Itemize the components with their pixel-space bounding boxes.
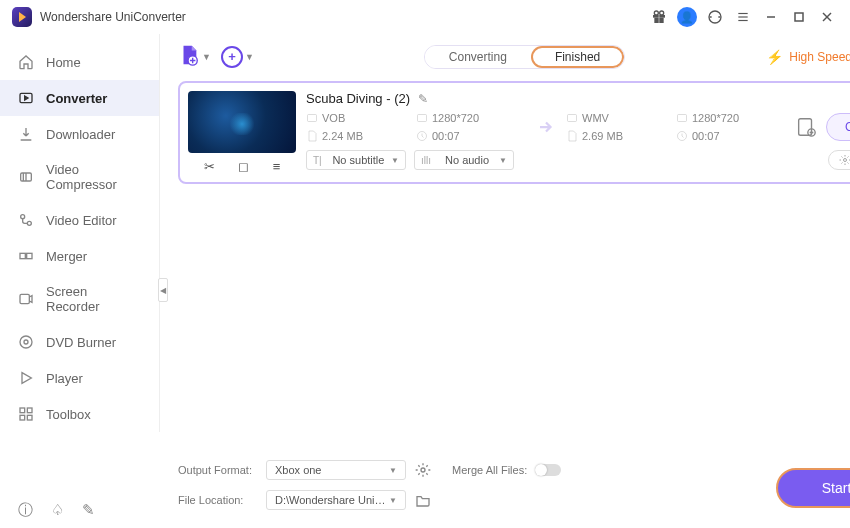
svg-point-3 [654, 11, 658, 15]
gift-icon[interactable] [648, 6, 670, 28]
sidebar-item-downloader[interactable]: Downloader [0, 116, 159, 152]
sidebar-item-label: Player [46, 371, 83, 386]
sidebar: Home Converter Downloader Video Compress… [0, 34, 160, 432]
svg-point-16 [27, 221, 31, 225]
svg-point-4 [660, 11, 664, 15]
source-duration: 00:07 [416, 130, 526, 142]
chevron-down-icon: ▼ [245, 52, 254, 62]
sidebar-item-label: Toolbox [46, 407, 91, 422]
effects-icon[interactable]: ≡ [273, 159, 281, 174]
sidebar-item-burner[interactable]: DVD Burner [0, 324, 159, 360]
svg-rect-26 [27, 415, 32, 420]
target-duration: 00:07 [676, 130, 786, 142]
user-avatar[interactable]: 👤 [676, 6, 698, 28]
sidebar-item-recorder[interactable]: Screen Recorder [0, 274, 159, 324]
sidebar-item-label: Home [46, 55, 81, 70]
chevron-down-icon: ▼ [389, 466, 397, 475]
output-format-settings-icon[interactable] [414, 461, 432, 479]
footer-icons: ⓘ ♤ ✎ [18, 501, 95, 520]
output-settings-icon[interactable] [786, 116, 826, 138]
minimize-button[interactable] [760, 6, 782, 28]
sidebar-item-compressor[interactable]: Video Compressor [0, 152, 159, 202]
file-card: ✂ ◻ ≡ Scuba Diving - (2) ✎ VOB 1280*720 … [178, 81, 850, 184]
add-file-button[interactable]: ▼ [178, 44, 211, 69]
app-title: Wondershare UniConverter [40, 10, 186, 24]
output-format-select[interactable]: Xbox one▼ [266, 460, 406, 480]
bottom-bar: Output Format: Xbox one▼ Merge All Files… [178, 454, 850, 518]
open-folder-icon[interactable] [414, 491, 432, 509]
svg-rect-32 [799, 119, 812, 136]
audio-icon: ıllı [421, 155, 431, 166]
crop-icon[interactable]: ◻ [238, 159, 249, 174]
sidebar-item-converter[interactable]: Converter [0, 80, 159, 116]
target-size: 2.69 MB [566, 130, 676, 142]
main-panel: ▼ + ▼ Converting Finished ⚡ High Speed C… [160, 34, 850, 528]
sidebar-item-label: Video Compressor [46, 162, 141, 192]
sidebar-item-home[interactable]: Home [0, 44, 159, 80]
tab-converting[interactable]: Converting [425, 46, 531, 68]
chevron-down-icon: ▼ [499, 156, 507, 165]
toolbox-icon [18, 406, 34, 422]
subtitle-select[interactable]: T|No subtitle▼ [306, 150, 406, 170]
downloader-icon [18, 126, 34, 142]
file-plus-icon [178, 44, 200, 69]
svg-point-36 [844, 159, 847, 162]
sidebar-item-merger[interactable]: Merger [0, 238, 159, 274]
svg-rect-17 [20, 253, 25, 258]
high-speed-label: High Speed Conversion [789, 50, 850, 64]
close-button[interactable] [816, 6, 838, 28]
chevron-down-icon: ▼ [202, 52, 211, 62]
svg-rect-19 [20, 294, 29, 303]
merge-files-label: Merge All Files: [452, 464, 527, 476]
svg-rect-10 [795, 13, 803, 21]
edit-title-icon[interactable]: ✎ [418, 92, 428, 106]
help-icon[interactable]: ⓘ [18, 501, 33, 520]
sidebar-item-editor[interactable]: Video Editor [0, 202, 159, 238]
svg-rect-28 [308, 115, 317, 122]
convert-button[interactable]: Convert [826, 113, 850, 141]
menu-icon[interactable] [732, 6, 754, 28]
video-thumbnail[interactable] [188, 91, 296, 153]
file-location-label: File Location: [178, 494, 258, 506]
file-title: Scuba Diving - (2) [306, 91, 410, 106]
sidebar-item-label: DVD Burner [46, 335, 116, 350]
arrow-right-icon [526, 118, 566, 136]
editor-icon [18, 212, 34, 228]
collapse-sidebar-button[interactable]: ◀ [158, 278, 168, 302]
file-location-select[interactable]: D:\Wondershare UniConverter▼ [266, 490, 406, 510]
svg-rect-23 [20, 408, 25, 413]
svg-rect-31 [678, 115, 687, 122]
high-speed-toggle[interactable]: ⚡ High Speed Conversion [766, 49, 850, 65]
target-resolution: 1280*720 [676, 112, 786, 124]
burner-icon [18, 334, 34, 350]
source-format: VOB [306, 112, 416, 124]
tab-finished[interactable]: Finished [531, 46, 624, 68]
svg-rect-18 [27, 253, 32, 258]
file-settings-button[interactable]: Settings [828, 150, 850, 170]
start-all-button[interactable]: Start All [776, 468, 850, 508]
svg-rect-30 [568, 115, 577, 122]
chevron-down-icon: ▼ [389, 496, 397, 505]
circle-plus-icon: + [221, 46, 243, 68]
svg-point-21 [24, 340, 28, 344]
source-size: 2.24 MB [306, 130, 416, 142]
sidebar-item-label: Screen Recorder [46, 284, 141, 314]
sidebar-item-label: Merger [46, 249, 87, 264]
feedback-icon[interactable]: ✎ [82, 501, 95, 520]
subtitle-icon: T| [313, 155, 322, 166]
trim-icon[interactable]: ✂ [204, 159, 215, 174]
source-resolution: 1280*720 [416, 112, 526, 124]
status-tabs: Converting Finished [424, 45, 625, 69]
add-folder-button[interactable]: + ▼ [221, 46, 254, 68]
sidebar-item-player[interactable]: Player [0, 360, 159, 396]
maximize-button[interactable] [788, 6, 810, 28]
sidebar-item-label: Video Editor [46, 213, 117, 228]
support-icon[interactable] [704, 6, 726, 28]
bell-icon[interactable]: ♤ [51, 501, 64, 520]
home-icon [18, 54, 34, 70]
audio-select[interactable]: ıllıNo audio▼ [414, 150, 514, 170]
svg-rect-29 [418, 115, 427, 122]
merge-files-toggle[interactable] [535, 464, 561, 476]
merger-icon [18, 248, 34, 264]
sidebar-item-toolbox[interactable]: Toolbox [0, 396, 159, 432]
